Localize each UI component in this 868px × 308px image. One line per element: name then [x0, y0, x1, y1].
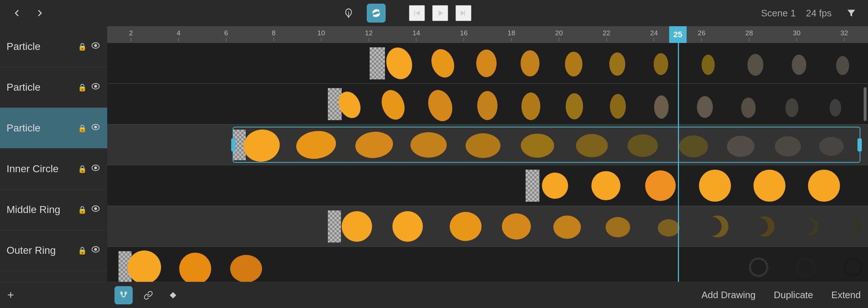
ruler-tick: 18 [507, 29, 515, 42]
toolbar: Scene 1 24 fps [0, 0, 868, 26]
svg-point-37 [294, 129, 338, 161]
track-particle1 [107, 43, 868, 84]
svg-point-26 [477, 91, 498, 120]
toolbar-center [49, 4, 761, 23]
svg-point-15 [521, 50, 539, 76]
middle-ring-shapes [328, 206, 868, 247]
onion-skin-button[interactable] [339, 4, 358, 23]
svg-point-64 [750, 258, 767, 276]
layer-row-particle1[interactable]: Particle 🔒 [0, 26, 107, 67]
eye-icon[interactable] [91, 163, 101, 174]
bottom-bar: Add Drawing Duplicate Extend [107, 282, 868, 308]
ruler-tick: 14 [413, 29, 420, 42]
svg-point-59 [606, 217, 630, 237]
eye-icon[interactable] [91, 204, 101, 215]
svg-point-32 [741, 98, 756, 118]
eye-icon[interactable] [91, 41, 101, 52]
link-tool-button[interactable] [139, 286, 157, 304]
svg-point-34 [829, 99, 841, 117]
ruler-tick: 16 [460, 29, 468, 42]
ruler-tick: 26 [698, 29, 706, 42]
ruler-tick: 28 [745, 29, 753, 42]
add-layer-button[interactable]: + [7, 288, 14, 302]
extend-button[interactable]: Extend [831, 289, 861, 301]
svg-point-47 [819, 137, 844, 156]
svg-point-3 [94, 85, 97, 88]
rewind-button[interactable] [409, 5, 425, 21]
fps-label: 24 fps [806, 8, 832, 19]
svg-point-43 [628, 134, 658, 157]
ruler-tick: 24 [650, 29, 658, 42]
lock-icon: 🔒 [78, 165, 87, 173]
lock-icon: 🔒 [78, 42, 87, 51]
loop-button[interactable] [367, 4, 386, 23]
lock-icon: 🔒 [78, 83, 87, 92]
svg-point-5 [94, 126, 97, 129]
magnet-tool-button[interactable] [114, 286, 133, 304]
svg-point-53 [808, 170, 840, 202]
inner-circle-shapes [526, 165, 868, 206]
lock-icon: 🔒 [78, 246, 87, 255]
layer-row-particle3[interactable]: Particle 🔒 [0, 108, 107, 149]
svg-point-16 [565, 52, 582, 76]
svg-point-1 [94, 44, 97, 47]
svg-point-7 [94, 166, 97, 169]
prev-panel-button[interactable] [7, 4, 26, 23]
lock-icon: 🔒 [78, 205, 87, 214]
filter-button[interactable] [842, 4, 861, 23]
svg-point-31 [697, 96, 713, 118]
track-inner-circle [107, 165, 868, 206]
svg-point-51 [699, 170, 731, 202]
eye-icon[interactable] [91, 245, 101, 256]
fast-forward-button[interactable] [455, 5, 471, 21]
svg-rect-35 [864, 87, 867, 121]
svg-point-57 [502, 213, 531, 240]
svg-point-13 [427, 46, 458, 81]
svg-point-49 [591, 171, 620, 200]
svg-point-40 [466, 133, 501, 158]
toolbar-left [7, 4, 49, 23]
playback-controls [409, 5, 471, 21]
svg-point-46 [775, 136, 801, 157]
svg-point-18 [654, 53, 668, 75]
svg-point-55 [392, 211, 423, 242]
keyframe-tool-button[interactable] [164, 286, 182, 304]
svg-point-9 [94, 207, 97, 210]
svg-point-44 [679, 135, 708, 157]
lock-icon: 🔒 [78, 124, 87, 133]
svg-point-62 [179, 253, 211, 282]
add-drawing-button[interactable]: Add Drawing [702, 289, 756, 301]
ruler-tick: 4 [177, 29, 181, 42]
svg-point-14 [476, 50, 497, 77]
ruler-tick: 30 [793, 29, 800, 42]
svg-point-48 [542, 173, 568, 199]
ruler[interactable]: 2468101214161820222426283032 25 [107, 26, 868, 43]
duplicate-button[interactable]: Duplicate [774, 289, 813, 301]
outer-ring-shapes [118, 247, 868, 282]
timeline-area: 2468101214161820222426283032 25 [107, 26, 868, 308]
layer-row-inner-circle[interactable]: Inner Circle 🔒 [0, 149, 107, 189]
layer-row-outer-ring[interactable]: Outer Ring 🔒 [0, 230, 107, 271]
eye-icon[interactable] [91, 122, 101, 134]
svg-point-29 [610, 94, 626, 119]
svg-point-33 [785, 98, 799, 117]
eye-icon[interactable] [91, 82, 101, 93]
svg-point-42 [576, 134, 608, 157]
svg-point-21 [792, 55, 806, 75]
toolbar-right: Scene 1 24 fps [761, 4, 861, 23]
svg-point-66 [845, 259, 861, 276]
svg-point-52 [754, 170, 785, 202]
play-button[interactable] [432, 5, 448, 21]
next-panel-button[interactable] [31, 4, 49, 23]
playhead-ruler-marker[interactable]: 25 [669, 26, 687, 43]
particle2-shapes [328, 84, 868, 125]
scene-label: Scene 1 [761, 8, 796, 19]
svg-point-19 [702, 55, 715, 75]
ruler-tick: 10 [317, 29, 325, 42]
svg-point-56 [450, 212, 482, 241]
svg-point-61 [128, 250, 161, 282]
ruler-tick: 20 [555, 29, 563, 42]
layer-row-middle-ring[interactable]: Middle Ring 🔒 [0, 189, 107, 230]
layer-row-particle2[interactable]: Particle 🔒 [0, 67, 107, 108]
svg-point-39 [411, 132, 447, 158]
